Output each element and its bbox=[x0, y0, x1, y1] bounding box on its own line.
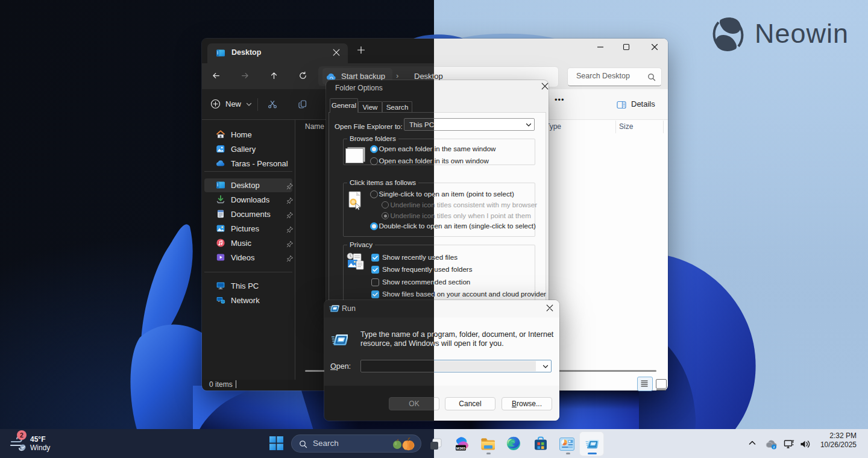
svg-text:i: i bbox=[773, 445, 775, 449]
svg-text:M365: M365 bbox=[456, 446, 466, 450]
